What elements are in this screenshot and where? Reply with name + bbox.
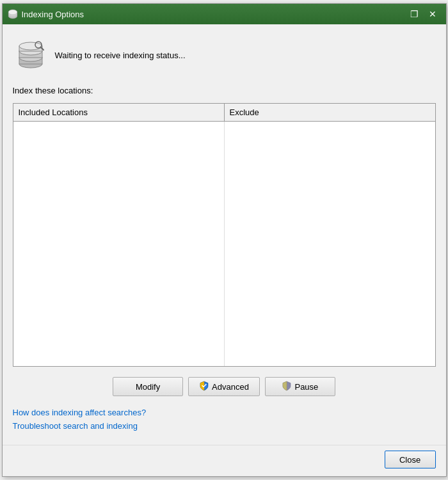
restore-button[interactable]: ❐	[406, 7, 423, 21]
status-area: Waiting to receive indexing status...	[13, 35, 436, 76]
links-area: How does indexing affect searches? Troub…	[13, 406, 436, 432]
advanced-label: Advanced	[212, 382, 249, 392]
window-close-button[interactable]: ✕	[424, 7, 441, 21]
modify-button[interactable]: Modify	[113, 377, 183, 396]
table-header: Included Locations Exclude	[13, 104, 435, 122]
modify-label: Modify	[136, 382, 160, 392]
troubleshoot-link[interactable]: Troubleshoot search and indexing	[13, 421, 436, 431]
close-button[interactable]: Close	[385, 451, 436, 468]
main-content: Waiting to receive indexing status... In…	[3, 24, 446, 442]
window-icon	[8, 9, 18, 19]
indexing-icon	[15, 40, 46, 70]
indexing-affect-link[interactable]: How does indexing affect searches?	[13, 408, 436, 417]
status-text: Waiting to receive indexing status...	[55, 51, 186, 60]
svg-point-4	[8, 10, 17, 15]
title-bar-controls: ❐ ✕	[406, 7, 441, 21]
footer: Close	[3, 445, 446, 476]
action-buttons: Modify Advanced	[13, 374, 436, 399]
locations-table: Included Locations Exclude	[13, 103, 436, 367]
col-exclude: Exclude	[225, 104, 435, 121]
pause-button[interactable]: Pause	[265, 377, 335, 396]
exclude-col	[225, 122, 435, 366]
section-label: Index these locations:	[13, 86, 436, 95]
pause-label: Pause	[294, 382, 318, 392]
title-bar: Indexing Options ❐ ✕	[3, 4, 446, 24]
col-included-locations: Included Locations	[13, 104, 225, 121]
table-body	[13, 122, 435, 366]
included-locations-col	[13, 122, 225, 366]
window-title: Indexing Options	[22, 10, 406, 19]
advanced-shield-icon	[199, 381, 209, 393]
indexing-options-window: Indexing Options ❐ ✕	[2, 3, 447, 477]
svg-point-11	[19, 42, 42, 50]
pause-shield-icon	[282, 381, 292, 393]
advanced-button[interactable]: Advanced	[188, 377, 260, 396]
